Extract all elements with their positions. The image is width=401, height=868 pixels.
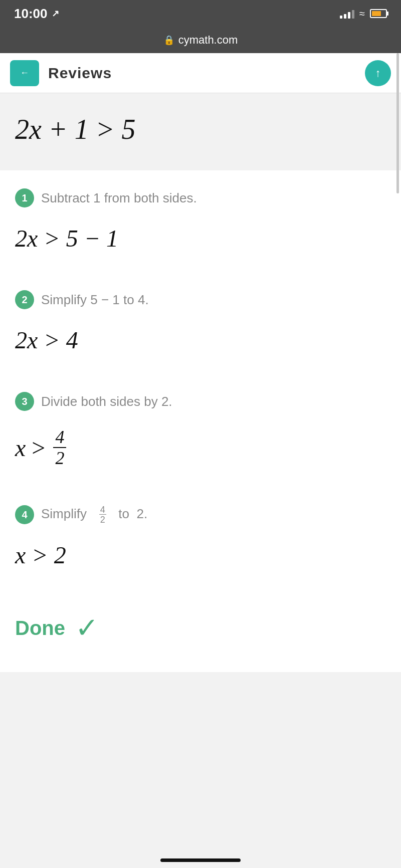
step-1-math: 2x > 5 − 1 <box>15 220 386 267</box>
step-4-number: 4 <box>22 509 27 521</box>
step-1-number: 1 <box>22 192 27 204</box>
step-2-badge: 2 <box>15 290 34 309</box>
step-3-header: 3 Divide both sides by 2. <box>15 392 386 411</box>
nav-strip: ← Reviews ↑ <box>0 53 401 93</box>
nav-reviews-label: Reviews <box>48 65 112 82</box>
step-4-header: 4 Simplify 4 2 to 2. <box>15 505 386 524</box>
step-4-badge: 4 <box>15 505 34 524</box>
done-label: Done <box>15 617 65 639</box>
inline-fraction-denominator: 2 <box>99 515 106 524</box>
location-arrow-icon: ↗ <box>52 8 59 19</box>
step-3-description: Divide both sides by 2. <box>41 394 172 409</box>
signal-icon <box>340 9 354 19</box>
step-2-block: 2 Simplify 5 − 1 to 4. 2x > 4 <box>0 272 401 374</box>
inline-fraction-numerator: 4 <box>99 505 106 515</box>
nav-strip-right: ↑ <box>365 60 391 86</box>
url-display: cymath.com <box>178 34 238 47</box>
step-1-block: 1 Subtract 1 from both sides. 2x > 5 − 1 <box>0 170 401 272</box>
wifi-icon: ≈ <box>359 8 365 20</box>
step-4-math: x > 2 <box>15 536 386 584</box>
step-1-badge: 1 <box>15 188 34 207</box>
step-1-header: 1 Subtract 1 from both sides. <box>15 188 386 207</box>
step-3-fraction: 4 2 <box>53 428 66 467</box>
checkmark-icon: ✓ <box>75 614 99 642</box>
status-icons: ≈ <box>340 8 387 20</box>
fraction-numerator: 4 <box>53 428 66 448</box>
time-display: 10:00 <box>14 6 48 22</box>
step-4-block: 4 Simplify 4 2 to 2. x > 2 <box>0 487 401 589</box>
step-2-description: Simplify 5 − 1 to 4. <box>41 292 149 308</box>
scrollbar[interactable] <box>396 53 399 193</box>
step-4-description: Simplify 4 2 to 2. <box>41 505 147 524</box>
nav-share-button[interactable]: ↑ <box>365 60 391 86</box>
nav-reviews-button[interactable]: ← <box>10 60 39 86</box>
home-indicator <box>160 858 241 862</box>
step-4-inline-fraction: 4 2 <box>99 505 106 524</box>
url-bar: 🔒 cymath.com <box>0 27 401 53</box>
done-section: Done ✓ <box>0 589 401 672</box>
step-3-math: x > 4 2 <box>15 423 386 482</box>
step-2-number: 2 <box>22 294 27 306</box>
step-3-badge: 3 <box>15 392 34 411</box>
step-3-block: 3 Divide both sides by 2. x > 4 2 <box>0 374 401 487</box>
step-1-description: Subtract 1 from both sides. <box>41 190 197 206</box>
step-3-number: 3 <box>22 396 27 407</box>
steps-container: 1 Subtract 1 from both sides. 2x > 5 − 1… <box>0 170 401 672</box>
lock-icon: 🔒 <box>163 35 174 46</box>
status-bar: 10:00 ↗ ≈ <box>0 0 401 27</box>
step-2-header: 2 Simplify 5 − 1 to 4. <box>15 290 386 309</box>
problem-expression: 2x + 1 > 5 <box>15 113 386 145</box>
problem-area: 2x + 1 > 5 <box>0 93 401 170</box>
status-time: 10:00 ↗ <box>14 6 59 22</box>
step-2-math: 2x > 4 <box>15 321 386 369</box>
fraction-denominator: 2 <box>53 448 66 467</box>
battery-icon <box>370 9 387 18</box>
